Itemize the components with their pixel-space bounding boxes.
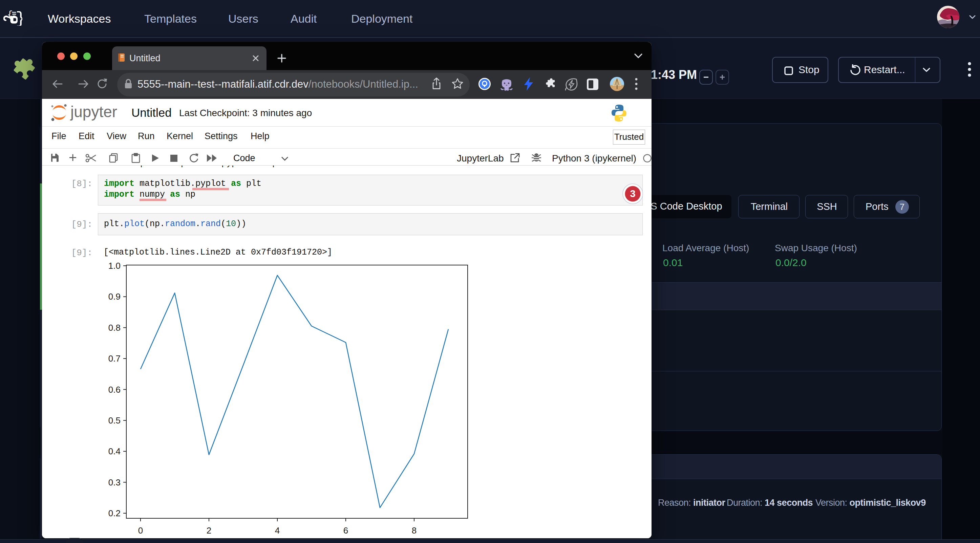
svg-text:0.5: 0.5 [108, 415, 121, 426]
svg-text:0.7: 0.7 [108, 353, 121, 364]
svg-text:6: 6 [344, 526, 348, 535]
svg-text:0.9: 0.9 [108, 292, 121, 302]
svg-text:0.4: 0.4 [108, 446, 121, 456]
svg-text:1.0: 1.0 [108, 261, 121, 271]
svg-text:0.6: 0.6 [108, 384, 121, 395]
svg-text:4: 4 [275, 526, 280, 535]
svg-text:2: 2 [207, 526, 211, 535]
svg-text:8: 8 [412, 526, 417, 535]
svg-text:0.8: 0.8 [108, 322, 121, 333]
svg-text:0.3: 0.3 [108, 477, 121, 487]
svg-text:0.2: 0.2 [108, 508, 121, 518]
svg-text:0: 0 [138, 526, 143, 535]
